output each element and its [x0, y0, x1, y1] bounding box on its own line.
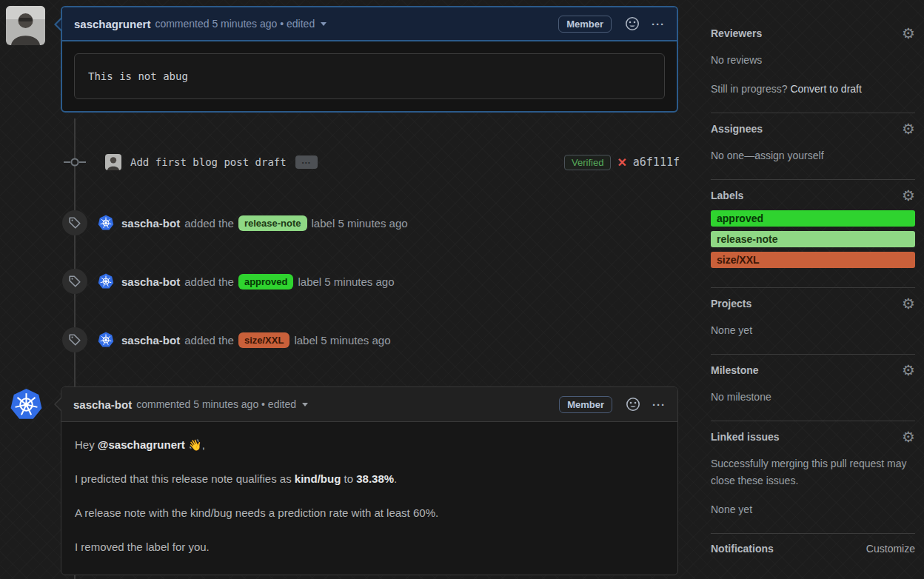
mention-link[interactable]: @saschagrunert [98, 438, 185, 451]
edited-dropdown-icon[interactable] [321, 22, 327, 26]
gear-icon[interactable]: ⚙ [902, 430, 915, 444]
tag-icon [68, 333, 81, 347]
tag-icon-circle [62, 327, 87, 352]
paragraph-prediction: I predicted that this release note quali… [75, 471, 664, 487]
tag-icon [68, 216, 81, 230]
paragraph-requirement: A release note with the kind/bug needs a… [75, 505, 664, 521]
text: I predicted that this release note quali… [75, 472, 295, 485]
commit-author-avatar[interactable] [105, 154, 121, 170]
emoji-reaction-button[interactable] [625, 16, 640, 31]
assign-yourself-link[interactable]: assign yourself [754, 150, 823, 161]
sidebar-label-size-xxl[interactable]: size/XXL [711, 252, 915, 268]
sascha-bot-avatar[interactable] [98, 332, 114, 348]
sidebar-section-labels: Labels ⚙ approved release-note size/XXL [711, 180, 915, 288]
git-commit-icon [64, 157, 86, 167]
avatar-saschagrunert[interactable] [6, 6, 45, 45]
sidebar-section-linked-issues: Linked issues ⚙ Successfully merging thi… [711, 421, 915, 534]
gear-icon[interactable]: ⚙ [902, 27, 915, 40]
text: to [341, 472, 356, 485]
comment-author-link[interactable]: saschagrunert [74, 18, 150, 30]
person-photo-icon [6, 6, 45, 45]
reviewers-title: Reviewers [711, 27, 762, 39]
comment-header: sascha-bot commented 5 minutes ago • edi… [61, 387, 677, 422]
event-suffix: label 5 minutes ago [312, 217, 408, 230]
member-badge: Member [558, 16, 612, 33]
paragraph-greeting: Hey @saschagrunert 👋, [75, 437, 664, 453]
sascha-bot-avatar[interactable] [98, 215, 114, 231]
timeline-event-label-added: sascha-bot added the size/XXL label 5 mi… [62, 327, 680, 352]
comment-code-block: This is not abug [74, 53, 665, 99]
label-chip[interactable]: approved [238, 274, 294, 290]
tag-icon-circle [62, 210, 87, 235]
commit-row: Add first blog post draft … Verified ✕ a… [61, 150, 680, 174]
event-action: added the [184, 275, 234, 288]
event-suffix: label 5 minutes ago [298, 275, 394, 288]
convert-to-draft-link[interactable]: Convert to draft [790, 83, 862, 95]
gear-icon[interactable]: ⚙ [902, 122, 915, 135]
sidebar-section-notifications: Notifications Customize [711, 534, 915, 569]
event-action: added the [184, 217, 234, 230]
emoji-reaction-button[interactable] [626, 397, 640, 412]
label-chip[interactable]: release-note [238, 215, 307, 231]
event-action: added the [184, 334, 234, 347]
sidebar-label-approved[interactable]: approved [711, 210, 915, 227]
comment-author-link[interactable]: sascha-bot [73, 398, 132, 411]
sidebar-section-milestone: Milestone ⚙ No milestone [711, 355, 915, 421]
customize-link[interactable]: Customize [866, 543, 915, 555]
gear-icon[interactable]: ⚙ [902, 364, 915, 377]
smiley-icon [625, 16, 640, 31]
notifications-title: Notifications [711, 543, 774, 555]
failed-status-icon[interactable]: ✕ [617, 155, 626, 170]
person-photo-icon [105, 154, 121, 170]
labels-title: Labels [711, 190, 743, 201]
text: Hey [75, 438, 98, 451]
tag-icon [68, 275, 81, 288]
commit-message-link[interactable]: Add first blog post draft [130, 156, 287, 168]
comment-meta: commented 5 minutes ago • edited [136, 398, 296, 410]
edited-dropdown-icon[interactable] [302, 403, 308, 406]
sidebar-section-projects: Projects ⚙ None yet [711, 288, 915, 355]
comment-header: saschagrunert commented 5 minutes ago • … [62, 7, 677, 41]
gear-icon[interactable]: ⚙ [902, 189, 915, 202]
projects-empty: None yet [711, 322, 915, 339]
timeline-event-label-added: sascha-bot added the approved label 5 mi… [62, 269, 680, 294]
text: . [394, 472, 397, 485]
sidebar-section-reviewers: Reviewers ⚙ No reviews Still in progress… [711, 18, 915, 113]
commit-sha-link[interactable]: a6f111f [633, 155, 680, 169]
event-actor-link[interactable]: sascha-bot [121, 334, 180, 347]
comment-body: Hey @saschagrunert 👋, I predicted that t… [61, 422, 677, 575]
event-suffix: label 5 minutes ago [294, 334, 390, 347]
verified-badge[interactable]: Verified [564, 155, 611, 170]
milestone-title: Milestone [711, 364, 759, 376]
text-bold: 38.38% [356, 472, 394, 485]
member-badge: Member [559, 396, 612, 413]
commit-expander-button[interactable]: … [295, 155, 318, 169]
reviewers-empty: No reviews [711, 52, 915, 69]
comment-sascha-bot: sascha-bot commented 5 minutes ago • edi… [61, 386, 678, 575]
kebab-menu-button[interactable]: ··· [652, 18, 665, 30]
sidebar-section-assignees: Assignees ⚙ No one—assign yourself [711, 113, 915, 180]
sascha-bot-avatar[interactable] [98, 273, 114, 290]
gear-icon[interactable]: ⚙ [902, 297, 915, 310]
projects-title: Projects [711, 298, 751, 309]
linked-issues-title: Linked issues [711, 431, 780, 443]
event-actor-link[interactable]: sascha-bot [121, 275, 180, 288]
sascha-bot-avatar-large[interactable] [10, 388, 43, 421]
comment-saschagrunert: saschagrunert commented 5 minutes ago • … [61, 6, 678, 113]
text: , [202, 438, 205, 451]
draft-prompt: Still in progress? [711, 83, 790, 95]
sidebar: Reviewers ⚙ No reviews Still in progress… [711, 18, 915, 569]
tag-icon-circle [62, 269, 87, 294]
wave-emoji: 👋 [185, 438, 202, 451]
timeline-event-label-added: sascha-bot added the release-note label … [62, 210, 680, 235]
event-actor-link[interactable]: sascha-bot [121, 217, 180, 230]
assignees-empty: No one— [711, 150, 754, 161]
milestone-empty: No milestone [711, 389, 915, 406]
linked-issues-description: Successfully merging this pull request m… [711, 455, 915, 489]
sidebar-label-release-note[interactable]: release-note [711, 231, 915, 247]
kebab-menu-button[interactable]: ··· [652, 398, 666, 411]
assignees-title: Assignees [711, 123, 763, 135]
smiley-icon [626, 397, 640, 412]
comment-meta: commented 5 minutes ago • edited [155, 18, 315, 30]
label-chip[interactable]: size/XXL [238, 332, 289, 348]
